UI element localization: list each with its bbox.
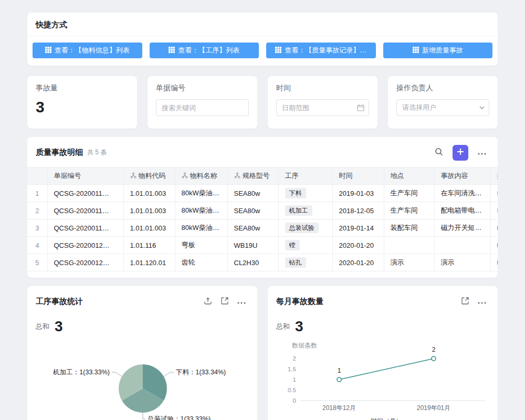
process-tag: 钻孔 [285,257,306,268]
cell-place: 装配车间 [384,219,434,237]
plus-icon [457,148,464,157]
table-card-title: 质量事故明细 [36,148,83,158]
row-index: 1 [27,185,47,202]
total-label: 总和 [276,322,290,331]
more-icon [478,149,486,156]
more-button[interactable] [234,295,249,309]
cell-process: 钻孔 [278,254,332,271]
more-button[interactable] [475,145,489,160]
date-range-input[interactable] [276,99,369,116]
col-time[interactable]: 时间 [332,167,384,185]
cell-material-name: 齿轮 [175,254,227,271]
table-row[interactable]: 4 QCSG-2020012… 1.01.116 弯板 WB19U 镗 2020… [27,237,498,254]
total-value: 3 [295,319,303,334]
table-row[interactable]: 1 QCSG-2020011… 1.01.01.003 80kW柴油… SEA8… [27,185,498,202]
add-record-button[interactable] [453,145,468,161]
pie-label-xialiao: 下料：1(33.34%) [176,369,226,376]
y-tick: 1 [293,376,296,383]
cell-time: 2020-01-20 [332,254,384,271]
shortcut-view-process-button[interactable]: 查看：【工序】列表 [150,43,259,58]
data-point[interactable] [337,377,341,382]
x-axis-title: 时间（月） [371,417,402,420]
user-select[interactable]: 请选择用户 [396,99,489,116]
doc-no-search-input[interactable] [156,99,249,116]
stat-value: 3 [36,99,129,115]
shortcut-add-accident-button[interactable]: 新增质量事故 [383,43,493,58]
cell-process: 机加工 [278,202,332,219]
col-spec[interactable]: 规格型号 [227,167,278,185]
grid-icon [413,47,419,55]
shortcuts-body: 查看：【物料信息】列表 查看：【工序】列表 查看：【质量事故记录】… 新增质量事… [27,36,498,66]
shortcut-view-quality-records-button[interactable]: 查看：【质量事故记录】… [266,43,376,58]
shortcut-view-materials-button[interactable]: 查看：【物料信息】列表 [33,43,142,58]
table-row[interactable]: 5 QCSG-2020012… 1.01.120.01 齿轮 CL2H30 钻孔… [27,254,498,271]
cell-material-code: 1.01.01.003 [123,219,175,237]
filter-row: 事故量 3 单据编号 时间 操作负责人 请选择用户 [27,76,498,129]
cell-time: 2019-01-14 [332,219,384,237]
col-process[interactable]: 工序 [278,167,332,185]
process-tag: 机加工 [285,205,312,216]
grid-icon [275,47,281,55]
record-count: 共 5 条 [87,148,107,157]
table-row[interactable]: 2 QCSG-2020011… 1.01.01.003 80kW柴油… SEA8… [27,202,498,219]
col-place[interactable]: 地点 [384,167,434,185]
col-content[interactable]: 事故内容 [434,167,490,185]
more-icon [237,298,246,306]
point-value-label: 1 [338,367,341,374]
search-button[interactable] [432,144,446,161]
col-doc-no[interactable]: 单据编号 [47,167,123,185]
x-tick-label: 2019年01月 [417,404,450,412]
export-icon [204,297,212,307]
filter-label: 操作负责人 [396,83,489,93]
table-row[interactable]: 3 QCSG-2020011… 1.01.01.003 80kW柴油… SEA8… [27,219,498,237]
cell-content [434,237,490,254]
expand-button[interactable] [217,293,232,310]
relation-icon [234,172,240,178]
total-value: 3 [55,319,63,334]
monthly-line-chart: 数据条数 2 1.5 1 0.5 0 1 2 2018年12月 2019年01月… [276,340,489,420]
y-tick: 1.5 [288,366,296,372]
col-material-code[interactable]: 物料代码 [123,167,175,185]
col-material-name[interactable]: 物料名称 [175,167,227,185]
expand-icon [461,297,469,307]
chevron-down-icon [479,106,485,109]
cell-place: 生产车间 [384,185,434,202]
cell-operator [490,237,498,254]
shortcuts-card: 快捷方式 查看：【物料信息】列表 查看：【工序】列表 查看：【质量事故记录】… … [27,13,498,66]
pie-label-zongzhuangshiyan: 总装试验：1(33.33%) [147,415,211,420]
cell-material-code: 1.01.116 [123,237,175,254]
accident-detail-card: 质量事故明细 共 5 条 [27,137,498,278]
operator-filter-card: 操作负责人 请选择用户 [388,76,498,129]
table-header-row: 单据编号 物料代码 物料名称 规格型号 工序 时间 地点 事故内容 操作负责人 [27,167,498,185]
cell-place [384,237,434,254]
more-button[interactable] [475,295,489,309]
shortcut-label: 查看：【质量事故记录】… [285,46,366,55]
cell-doc-no: QCSG-2020011… [47,219,123,237]
cell-material-code: 1.01.120.01 [123,254,175,271]
cell-operator [490,185,498,202]
y-tick: 0.5 [288,387,296,393]
table-scroll-area[interactable]: 单据编号 物料代码 物料名称 规格型号 工序 时间 地点 事故内容 操作负责人 … [27,167,498,271]
cell-material-code: 1.01.01.003 [123,185,175,202]
export-button[interactable] [201,293,215,310]
point-value-label: 2 [432,346,436,353]
data-point[interactable] [432,356,436,361]
shortcut-label: 查看：【工序】列表 [178,46,239,55]
cell-spec: CL2H30 [227,254,278,271]
more-icon [478,298,486,306]
y-tick: 2 [293,355,296,362]
col-operator[interactable]: 操作负责人 [490,167,498,185]
stat-label: 事故量 [36,83,129,93]
cell-time: 2019-01-03 [332,185,384,202]
expand-button[interactable] [458,293,472,310]
cell-place: 生产车间 [384,202,434,219]
avatar [497,222,498,234]
shortcuts-title: 快捷方式 [27,13,498,36]
process-pie-chart: 机加工：1(33.33%) 下料：1(33.34%) 总装试验：1(33.33%… [36,340,249,420]
doc-no-filter-card: 单据编号 [148,76,257,129]
avatar [497,187,498,200]
process-tag: 镗 [285,240,300,250]
avatar [497,239,498,251]
cell-doc-no: QCSG-2020011… [47,202,123,219]
avatar [497,204,498,217]
